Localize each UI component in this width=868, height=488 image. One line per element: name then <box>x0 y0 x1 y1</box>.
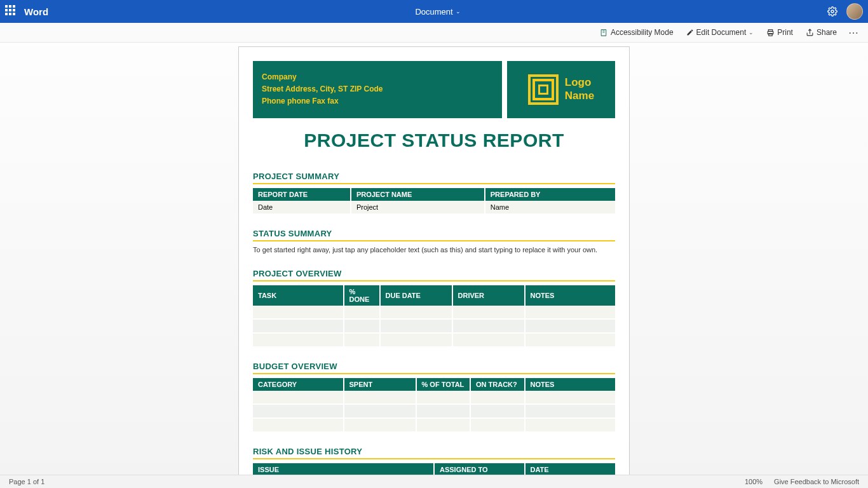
col-task: TASK <box>253 285 344 306</box>
company-line-1: Company <box>262 71 493 83</box>
pencil-icon <box>686 29 694 36</box>
svg-point-0 <box>831 10 834 13</box>
col-prepared-by: PREPARED BY <box>485 188 615 201</box>
document-main-title[interactable]: PROJECT STATUS REPORT <box>253 130 615 151</box>
section-heading-risk[interactable]: RISK AND ISSUE HISTORY <box>253 447 615 459</box>
col-done: % DONE <box>344 285 380 306</box>
edit-label: Edit Document <box>696 28 747 37</box>
col-duedate: DUE DATE <box>380 285 452 306</box>
section-heading-budget-overview[interactable]: BUDGET OVERVIEW <box>253 362 615 374</box>
col-driver: DRIVER <box>452 285 525 306</box>
logo-icon <box>528 74 559 105</box>
document-title-dropdown[interactable]: Document ⌄ <box>48 7 827 17</box>
settings-icon[interactable] <box>827 6 837 17</box>
logo-block[interactable]: Logo Name <box>507 61 615 118</box>
project-summary-table[interactable]: REPORT DATE PROJECT NAME PREPARED BY Dat… <box>253 188 615 215</box>
command-toolbar: Accessibility Mode Edit Document ⌄ Print… <box>0 23 868 43</box>
app-launcher-icon[interactable] <box>5 5 18 18</box>
print-button[interactable]: Print <box>761 25 798 39</box>
company-line-2: Street Address, City, ST ZIP Code <box>262 83 493 95</box>
share-button[interactable]: Share <box>801 25 842 39</box>
accessibility-mode-button[interactable]: Accessibility Mode <box>595 25 679 39</box>
chevron-down-icon: ⌄ <box>749 29 754 36</box>
share-icon <box>806 29 814 37</box>
col-report-date: REPORT DATE <box>253 188 351 201</box>
cell-name[interactable]: Name <box>485 201 615 214</box>
share-label: Share <box>817 28 837 37</box>
accessibility-icon <box>600 29 608 37</box>
app-name: Word <box>24 6 48 17</box>
document-canvas[interactable]: Company Street Address, City, ST ZIP Cod… <box>0 43 868 475</box>
col-date-risk: DATE <box>525 463 616 475</box>
col-spent: SPENT <box>344 378 416 391</box>
col-assigned: ASSIGNED TO <box>434 463 525 475</box>
feedback-link[interactable]: Give Feedback to Microsoft <box>774 478 859 485</box>
page-indicator[interactable]: Page 1 of 1 <box>9 478 44 485</box>
user-avatar[interactable] <box>846 3 863 20</box>
more-options-button[interactable]: ⋯ <box>844 24 863 41</box>
print-icon <box>766 29 775 37</box>
risk-history-table[interactable]: ISSUE ASSIGNED TO DATE <box>253 463 615 475</box>
budget-overview-table[interactable]: CATEGORY SPENT % OF TOTAL ON TRACK? NOTE… <box>253 378 615 433</box>
document-header-block: Company Street Address, City, ST ZIP Cod… <box>253 61 615 118</box>
cell-date[interactable]: Date <box>253 201 351 214</box>
section-heading-project-summary[interactable]: PROJECT SUMMARY <box>253 172 615 184</box>
logo-text: Logo Name <box>565 76 594 102</box>
col-pct: % OF TOTAL <box>416 378 471 391</box>
logo-text-1: Logo <box>565 76 594 89</box>
col-project-name: PROJECT NAME <box>351 188 485 201</box>
col-notes-budget: NOTES <box>525 378 616 391</box>
section-heading-status-summary[interactable]: STATUS SUMMARY <box>253 229 615 241</box>
status-bar: Page 1 of 1 100% Give Feedback to Micros… <box>0 475 868 488</box>
status-summary-body[interactable]: To get started right away, just tap any … <box>253 245 615 255</box>
col-notes: NOTES <box>525 285 616 306</box>
print-label: Print <box>777 28 793 37</box>
document-title-label: Document <box>415 7 452 17</box>
cell-project[interactable]: Project <box>351 201 485 214</box>
chevron-down-icon: ⌄ <box>456 8 461 15</box>
document-page[interactable]: Company Street Address, City, ST ZIP Cod… <box>238 46 630 475</box>
company-line-3: Phone phone Fax fax <box>262 95 493 107</box>
logo-text-2: Name <box>565 90 594 102</box>
accessibility-label: Accessibility Mode <box>611 28 674 37</box>
col-issue: ISSUE <box>253 463 434 475</box>
zoom-level[interactable]: 100% <box>745 478 763 485</box>
title-bar: Word Document ⌄ <box>0 0 868 23</box>
company-info-block[interactable]: Company Street Address, City, ST ZIP Cod… <box>253 61 502 118</box>
col-ontrack: ON TRACK? <box>470 378 525 391</box>
project-overview-table[interactable]: TASK % DONE DUE DATE DRIVER NOTES <box>253 285 615 348</box>
col-category: CATEGORY <box>253 378 344 391</box>
section-heading-project-overview[interactable]: PROJECT OVERVIEW <box>253 269 615 281</box>
edit-document-button[interactable]: Edit Document ⌄ <box>681 25 759 39</box>
